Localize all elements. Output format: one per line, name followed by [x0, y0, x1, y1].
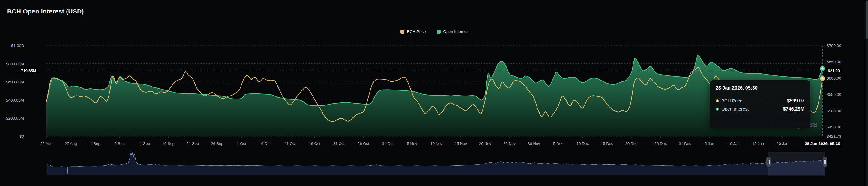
x-tick-label: 31 Oct	[382, 141, 393, 146]
navigator-right-handle[interactable]	[823, 157, 827, 167]
scrollbar-thumb[interactable]	[866, 1, 868, 39]
y-right-tick-label: $450.00	[827, 125, 841, 129]
y-left-tick-label: $400.00M	[2, 98, 24, 102]
x-tick-label: 11 Oct	[285, 141, 296, 146]
x-tick-label: 5 Nov	[407, 141, 417, 146]
y-right-tick-label: $600.00	[827, 76, 841, 80]
x-tick-label: 16 Oct	[309, 141, 320, 146]
price-value-badge: 621.99	[826, 68, 842, 74]
x-tick-label: 10 Nov	[430, 141, 442, 146]
x-tick-label: 20 Dec	[625, 141, 637, 146]
x-tick-label: 15 Jan	[752, 141, 764, 146]
x-tick-label: 31 Dec	[679, 141, 691, 146]
y-left-tick-label: $600.00M	[2, 80, 24, 84]
x-tick-label: 15 Dec	[601, 141, 613, 146]
y-left-tick-label: $1.00B	[2, 43, 24, 48]
y-left-tick-label: $800.00M	[2, 62, 24, 66]
x-tick-label: 15 Nov	[455, 141, 467, 146]
y-left-tick-label: $0	[2, 134, 24, 139]
open-interest-value-badge: 719.65M	[19, 68, 39, 74]
tooltip-row-value: $746.29M	[783, 106, 804, 112]
x-tick-label: 26 Dec	[654, 141, 667, 146]
tooltip-row-label: BCH Price	[721, 98, 742, 103]
y-left-tick-label: $200.00M	[2, 116, 24, 120]
chart-panel: BCH Open Interest (USD) BCH PriceOpen In…	[0, 0, 868, 186]
x-tick-label: 26 Oct	[358, 141, 369, 146]
x-tick-label: 20 Jan	[777, 141, 788, 146]
x-tick-label: 6 Oct	[261, 141, 271, 146]
x-tick-label: 1 Sep	[90, 141, 100, 146]
y-right-tick-label: $650.00	[827, 60, 841, 64]
x-tick-label: 5 Dec	[553, 141, 563, 146]
tooltip-row-value: $599.07	[787, 98, 804, 104]
x-tick-label: 26 Sep	[211, 141, 223, 146]
tooltip: 28 Jan 2026, 05:30 BCH Price $599.07 Ope…	[710, 80, 810, 128]
navigator-left-handle[interactable]	[766, 157, 771, 167]
y-right-tick-label: $550.00	[827, 92, 841, 97]
x-tick-label: 20 Nov	[479, 141, 491, 146]
tooltip-title: 28 Jan 2026, 05:30	[716, 85, 804, 91]
x-tick-label: 16 Sep	[162, 141, 175, 146]
x-tick-label: 10 Jan	[728, 141, 740, 146]
x-tick-label: 27 Aug	[65, 141, 77, 146]
x-tick-label: 11 Sep	[138, 141, 150, 146]
navigator-selection-region[interactable]	[768, 152, 825, 176]
y-right-tick-label: $500.00	[827, 108, 841, 113]
y-right-tick-label: $421.73	[827, 134, 841, 139]
cursor-date-badge: 28 Jan 2026, 05:30	[802, 140, 843, 148]
open-interest-dot-icon	[716, 108, 719, 111]
price-dot-icon	[716, 100, 719, 103]
x-tick-label: 21 Oct	[333, 141, 345, 146]
tooltip-row-price: BCH Price $599.07	[716, 97, 804, 105]
tooltip-row-label: Open Interest	[721, 106, 749, 111]
x-tick-label: 1 Oct	[237, 141, 246, 146]
x-tick-label: 30 Nov	[528, 141, 540, 146]
x-tick-label: 22 Aug	[40, 141, 53, 146]
scrollbar-track[interactable]	[866, 0, 868, 186]
tooltip-row-open-interest: Open Interest $746.29M	[716, 105, 804, 113]
x-tick-label: 10 Dec	[577, 141, 589, 146]
x-tick-label: 6 Sep	[115, 141, 125, 146]
x-tick-label: 25 Nov	[503, 141, 516, 146]
x-tick-label: 21 Sep	[187, 141, 199, 146]
y-right-tick-label: $700.00	[827, 43, 841, 48]
x-tick-label: 5 Jan	[705, 141, 714, 146]
